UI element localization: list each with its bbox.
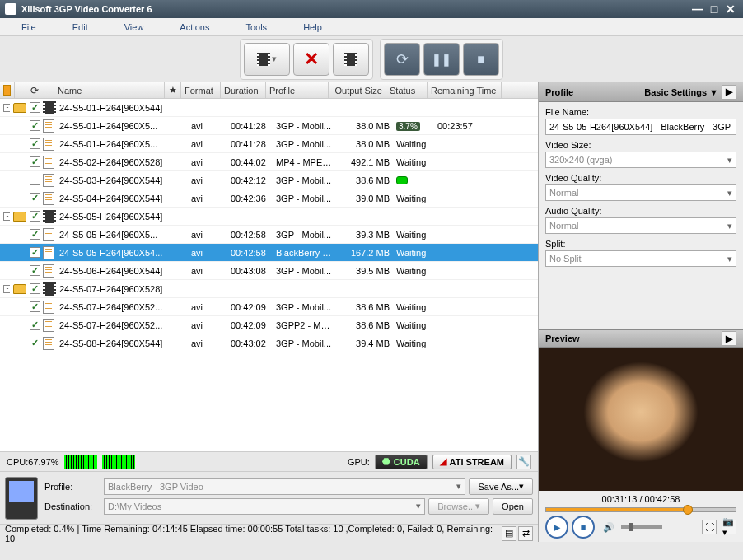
checkbox[interactable]: ✓ [30, 102, 40, 113]
cell-size: 39.0 MB [335, 194, 393, 203]
checkbox[interactable]: ✓ [30, 338, 40, 348]
folder-icon [13, 284, 26, 294]
menu-actions[interactable]: Actions [161, 20, 227, 35]
menu-edit[interactable]: Edit [54, 20, 106, 35]
ati-stream-badge[interactable]: ◢ATI STREAM [432, 455, 512, 469]
col-status[interactable]: Status [386, 82, 428, 98]
menu-view[interactable]: View [106, 20, 162, 35]
settings-wrench-button[interactable]: 🔧 [516, 455, 531, 469]
status-icon-2[interactable]: ⇄ [518, 526, 533, 541]
table-row[interactable]: ✓24-S5-07-H264[960X52...avi00:42:093GP -… [0, 298, 538, 316]
videosize-combo[interactable]: 320x240 (qvga) [545, 152, 736, 168]
volume-icon[interactable]: 🔊 [603, 522, 614, 533]
preview-video-frame [539, 348, 743, 491]
cell-duration: 00:41:28 [227, 121, 273, 131]
timeline-knob[interactable] [683, 505, 693, 515]
close-button[interactable]: ✕ [723, 2, 738, 16]
col-remaining[interactable]: Remaining Time [428, 82, 502, 98]
checkbox[interactable]: ✓ [30, 211, 40, 222]
filename-input[interactable] [545, 119, 736, 135]
snapshot-button[interactable]: 📷▾ [722, 520, 736, 534]
pause-button[interactable]: ❚❚ [423, 43, 460, 76]
cell-profile: 3GP - Mobil... [273, 121, 335, 131]
col-profile[interactable]: Profile [266, 82, 329, 98]
cell-duration: 00:42:12 [227, 175, 273, 185]
profile-panel-header: Profile Basic Settings ▼ ▶ [539, 82, 743, 102]
tree-toggle[interactable]: - [3, 285, 10, 293]
checkbox[interactable]: ✓ [30, 229, 40, 240]
col-duration[interactable]: Duration [221, 82, 266, 98]
refresh-header-icon[interactable]: ⟳ [30, 85, 39, 96]
col-star[interactable]: ★ [165, 82, 181, 98]
checkbox[interactable]: ✓ [30, 120, 40, 131]
profile-combo[interactable]: BlackBerry - 3GP Video [104, 478, 465, 495]
file-name: 24-S5-03-H264[960X544] [56, 175, 171, 185]
table-row[interactable]: ✓24-S5-05-H264[960X5...avi00:42:583GP - … [0, 226, 538, 244]
menu-file[interactable]: File [3, 20, 54, 35]
convert-button[interactable]: ⟳ [384, 43, 420, 76]
delete-x-icon: ✕ [304, 49, 319, 70]
table-row[interactable]: -✓24-S5-07-H264[960X528] [0, 280, 538, 298]
add-file-button[interactable]: ▾ [244, 43, 290, 76]
menu-tools[interactable]: Tools [227, 20, 285, 35]
add-profile-button[interactable] [333, 43, 369, 76]
checkbox[interactable]: ✓ [30, 247, 40, 258]
cell-profile: BlackBerry - ... [273, 248, 335, 258]
tree-toggle[interactable]: - [3, 104, 10, 112]
expand-preview-button[interactable]: ▶ [722, 331, 736, 346]
audioquality-label: Audio Quality: [545, 206, 736, 216]
split-combo[interactable]: No Split [545, 250, 736, 267]
checkbox[interactable]: ✓ [30, 301, 40, 312]
table-row[interactable]: ✓24-S5-07-H264[960X52...avi00:42:093GPP2… [0, 316, 538, 334]
browse-button[interactable]: Browse... ▾ [428, 498, 489, 515]
delete-button[interactable]: ✕ [293, 43, 329, 76]
table-row[interactable]: ✓24-S5-01-H264[960X5...avi00:41:283GP - … [0, 117, 538, 135]
save-as-button[interactable]: Save As... ▾ [469, 478, 533, 495]
table-row[interactable]: ✓24-S5-01-H264[960X5...avi00:41:283GP - … [0, 135, 538, 153]
cell-status: Waiting [393, 194, 434, 203]
table-row[interactable]: ✓24-S5-08-H264[960X544]avi00:43:023GP - … [0, 334, 538, 352]
tree-toggle[interactable]: - [3, 212, 10, 221]
menu-help[interactable]: Help [285, 20, 340, 35]
expand-profile-button[interactable]: ▶ [722, 85, 736, 100]
checkbox[interactable]: ✓ [30, 156, 40, 167]
checkbox[interactable]: ✓ [30, 320, 40, 330]
select-all-toggle[interactable] [3, 85, 11, 96]
cuda-badge[interactable]: ⬣CUDA [375, 455, 428, 469]
col-name[interactable]: Name [54, 82, 165, 98]
col-output-size[interactable]: Output Size [329, 82, 386, 98]
table-row[interactable]: ✓24-S5-05-H264[960X54...avi00:42:58Black… [0, 244, 538, 262]
status-icon-1[interactable]: ▤ [502, 526, 516, 541]
checkbox[interactable]: ✓ [30, 265, 40, 276]
table-row[interactable]: -✓24-S5-05-H264[960X544] [0, 208, 538, 226]
fullscreen-button[interactable]: ⛶ [702, 520, 717, 534]
col-format[interactable]: Format [181, 82, 221, 98]
open-button[interactable]: Open [493, 498, 533, 515]
cell-remaining: 00:23:57 [434, 121, 508, 131]
destination-combo[interactable]: D:\My Videos [104, 498, 425, 515]
volume-slider[interactable] [621, 525, 662, 529]
checkbox[interactable] [30, 175, 40, 185]
preview-time: 00:31:13 / 00:42:58 [545, 494, 736, 504]
cell-duration: 00:42:09 [227, 302, 273, 312]
table-row[interactable]: ✓24-S5-04-H264[960X544]avi00:42:363GP - … [0, 189, 538, 208]
preview-timeline[interactable] [545, 507, 736, 512]
document-icon [43, 337, 54, 350]
checkbox[interactable]: ✓ [30, 283, 40, 294]
maximize-button[interactable]: □ [707, 2, 722, 16]
table-row[interactable]: -✓24-S5-01-H264[960X544] [0, 99, 538, 117]
minimize-button[interactable]: — [690, 2, 705, 16]
document-icon [43, 301, 54, 314]
table-row[interactable]: 24-S5-03-H264[960X544]avi00:42:123GP - M… [0, 171, 538, 189]
checkbox[interactable]: ✓ [30, 138, 40, 149]
stop-button[interactable]: ■ [463, 43, 499, 76]
table-row[interactable]: ✓24-S5-06-H264[960X544]avi00:43:083GP - … [0, 262, 538, 280]
basic-settings-toggle[interactable]: Basic Settings ▼ [644, 87, 718, 97]
videoquality-combo[interactable]: Normal [545, 184, 736, 201]
table-row[interactable]: ✓24-S5-02-H264[960X528]avi00:44:02MP4 - … [0, 153, 538, 171]
play-button[interactable]: ▶ [545, 516, 568, 539]
audioquality-combo[interactable]: Normal [545, 217, 736, 234]
stop-preview-button[interactable]: ■ [572, 516, 595, 539]
checkbox[interactable]: ✓ [30, 193, 40, 203]
document-icon [43, 264, 54, 278]
